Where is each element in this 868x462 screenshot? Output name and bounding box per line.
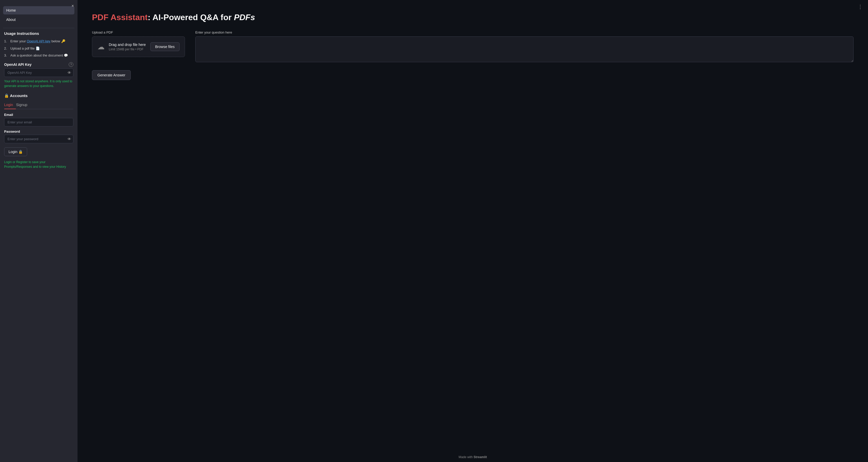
- more-options-button[interactable]: ⋮: [858, 4, 863, 10]
- password-input-wrapper: 👁: [4, 135, 73, 143]
- usage-instructions-heading: Usage Instructions: [4, 31, 73, 36]
- dropzone-text: Drag and drop file here Limit 15MB per f…: [109, 42, 146, 51]
- api-key-help-icon[interactable]: ?: [69, 62, 73, 67]
- password-input[interactable]: [4, 135, 73, 143]
- usage-instructions-section: Usage Instructions 1. Enter your OpenAI …: [0, 31, 78, 91]
- upload-dropzone[interactable]: ☁ Drag and drop file here Limit 15MB per…: [92, 36, 185, 57]
- login-tab[interactable]: Login: [4, 101, 16, 109]
- footer: Made with Streamlit: [78, 455, 868, 459]
- usage-list: 1. Enter your OpenAI API key below 🔑 2. …: [4, 39, 73, 58]
- upload-section: Upload a PDF ☁ Drag and drop file here L…: [92, 30, 185, 57]
- question-section: Enter your question here: [195, 30, 854, 63]
- generate-answer-button[interactable]: Generate Answer: [92, 70, 131, 80]
- question-textarea[interactable]: [195, 36, 854, 62]
- sidebar-item-home[interactable]: Home: [3, 6, 74, 14]
- api-key-notice: Your API is not stored anywhere. It is o…: [4, 79, 73, 88]
- step-2-number: 2.: [4, 46, 9, 51]
- footer-made-text: Made with: [459, 455, 473, 459]
- sidebar: × Home About Usage Instructions 1. Enter…: [0, 0, 78, 462]
- email-input-wrapper: [4, 118, 73, 127]
- page-title: PDF Assistant: AI-Powered Q&A for PDFs: [92, 12, 854, 22]
- signup-tab[interactable]: Signup: [16, 101, 30, 109]
- password-label: Password: [4, 130, 73, 133]
- password-field-wrapper: Password 👁: [4, 130, 73, 143]
- main-content: ⋮ PDF Assistant: AI-Powered Q&A for PDFs…: [78, 0, 868, 462]
- step-3-number: 3.: [4, 53, 9, 58]
- cloud-upload-icon: ☁: [97, 42, 104, 51]
- sidebar-divider: [3, 28, 74, 28]
- title-brand: PDF Assistant: [92, 13, 148, 22]
- question-label: Enter your question here: [195, 30, 854, 34]
- step-1-number: 1.: [4, 39, 9, 44]
- step-2-text: Upload a pdf file 📄: [10, 46, 40, 51]
- usage-step-2: 2. Upload a pdf file 📄: [4, 46, 73, 51]
- usage-step-1: 1. Enter your OpenAI API key below 🔑: [4, 39, 73, 44]
- email-label: Email: [4, 113, 73, 117]
- login-register-notice: Login or Register to save your Prompts/R…: [4, 160, 73, 169]
- accounts-heading: 🔒 Accounts: [4, 93, 73, 98]
- step-1-text: Enter your OpenAI API key below 🔑: [10, 39, 65, 44]
- api-key-section: OpenAI API Key ? 👁 Your API is not store…: [4, 62, 73, 88]
- openai-api-key-link[interactable]: OpenAI API key: [27, 39, 51, 43]
- accounts-tab-row: Login Signup: [4, 101, 73, 109]
- email-field-wrapper: Email: [4, 113, 73, 127]
- api-key-input[interactable]: [4, 68, 73, 77]
- title-italic: PDFs: [234, 13, 255, 22]
- step-3-text: Ask a question about the document 💬: [10, 53, 68, 58]
- email-input[interactable]: [4, 118, 73, 127]
- accounts-section: 🔒 Accounts Login Signup Email Password 👁…: [0, 93, 78, 169]
- content-columns: Upload a PDF ☁ Drag and drop file here L…: [92, 30, 854, 63]
- api-key-label: OpenAI API Key: [4, 62, 32, 67]
- sidebar-close-button[interactable]: ×: [71, 4, 74, 8]
- api-key-input-wrapper: 👁: [4, 68, 73, 77]
- usage-step-3: 3. Ask a question about the document 💬: [4, 53, 73, 58]
- streamlit-link[interactable]: Streamlit: [473, 455, 487, 459]
- api-key-label-row: OpenAI API Key ?: [4, 62, 73, 67]
- upload-label: Upload a PDF: [92, 30, 185, 34]
- dropzone-sub-text: Limit 15MB per file • PDF: [109, 47, 146, 51]
- api-key-eye-button[interactable]: 👁: [67, 70, 71, 75]
- sidebar-item-about[interactable]: About: [3, 15, 74, 24]
- login-button[interactable]: Login 🔒: [4, 147, 27, 156]
- sidebar-nav: Home About: [0, 2, 78, 25]
- title-rest: : AI-Powered Q&A for: [148, 13, 234, 22]
- dropzone-main-text: Drag and drop file here: [109, 42, 146, 47]
- password-eye-button[interactable]: 👁: [67, 137, 71, 141]
- browse-files-button[interactable]: Browse files: [150, 42, 180, 51]
